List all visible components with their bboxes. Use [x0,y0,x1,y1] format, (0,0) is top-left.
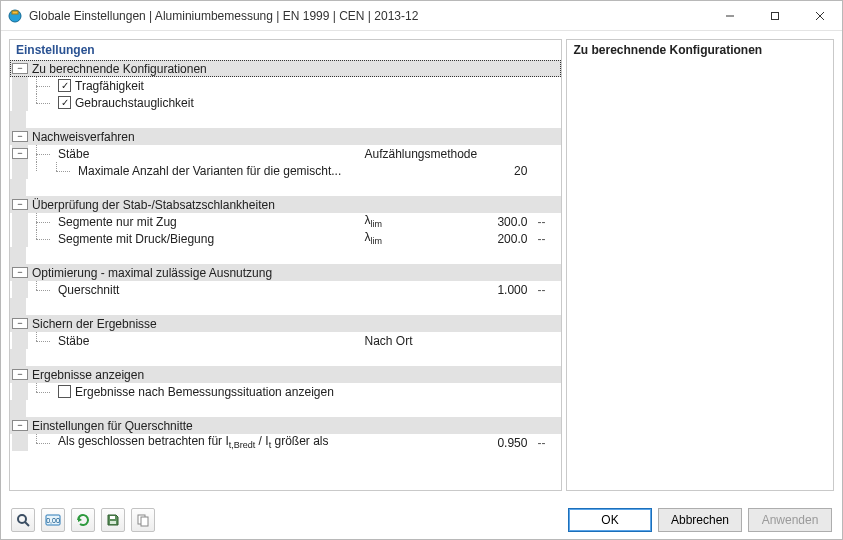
symbol-lambda-lim: λlim [362,230,482,246]
settings-tree[interactable]: − Zu berechnende Konfigurationen ✓ Tragf… [10,60,561,490]
collapse-toggle[interactable]: − [12,148,28,159]
value-segmente-druck[interactable]: 200.0 [482,232,537,246]
cancel-button[interactable]: Abbrechen [658,508,742,532]
tree-item-segmente-zug[interactable]: Segmente nur mit Zug λlim 300.0 -- [10,213,561,230]
tree-group-optimierung[interactable]: − Optimierung - maximal zulässige Ausnut… [10,264,561,281]
maximize-button[interactable] [752,1,797,30]
tree-group-konfigurationen[interactable]: − Zu berechnende Konfigurationen [10,60,561,77]
collapse-toggle[interactable]: − [12,267,28,278]
svg-point-6 [18,515,26,523]
tree-item-ergebnisse-nach-situation[interactable]: Ergebnisse nach Bemessungssituation anze… [10,383,561,400]
symbol-lambda-lim: λlim [362,213,482,229]
svg-rect-1 [12,11,18,14]
tree-item-max-varianten[interactable]: Maximale Anzahl der Varianten für die ge… [10,162,561,179]
collapse-toggle[interactable]: − [12,199,28,210]
collapse-toggle[interactable]: − [12,63,28,74]
minimize-button[interactable] [707,1,752,30]
svg-marker-10 [78,517,82,522]
tree-item-staebe[interactable]: − Stäbe Aufzählungsmethode [10,145,561,162]
app-icon [7,8,23,24]
settings-panel: Einstellungen − Zu berechnende Konfigura… [9,39,562,491]
svg-rect-12 [110,521,116,524]
toolbar-search-button[interactable] [11,508,35,532]
settings-panel-header: Einstellungen [10,40,561,60]
checkbox-ergebnisse-situation[interactable] [58,385,71,398]
value-querschnitt[interactable]: 1.000 [482,283,537,297]
content-area: Einstellungen − Zu berechnende Konfigura… [1,31,842,499]
tree-group-schlankheiten[interactable]: − Überprüfung der Stab-/Stabsatzschlankh… [10,196,561,213]
tree-item-querschnitt[interactable]: Querschnitt 1.000 -- [10,281,561,298]
ok-button[interactable]: OK [568,508,652,532]
collapse-toggle[interactable]: − [12,318,28,329]
svg-rect-3 [771,12,778,19]
collapse-toggle[interactable]: − [12,131,28,142]
tree-group-querschnitte[interactable]: − Einstellungen für Querschnitte [10,417,561,434]
tree-item-segmente-druck[interactable]: Segmente mit Druck/Biegung λlim 200.0 -- [10,230,561,247]
dialog-footer: 0,00 OK Abbrechen Anwenden [1,499,842,539]
toolbar-copy-button[interactable] [131,508,155,532]
svg-text:0,00: 0,00 [46,517,60,524]
toolbar-save-button[interactable] [101,508,125,532]
checkbox-tragfaehigkeit[interactable]: ✓ [58,79,71,92]
value-geschlossen-bredt[interactable]: 0.950 [482,436,537,450]
apply-button[interactable]: Anwenden [748,508,832,532]
window-title: Globale Einstellungen | Aluminiumbemessu… [29,9,707,23]
collapse-toggle[interactable]: − [12,369,28,380]
tree-group-nachweisverfahren[interactable]: − Nachweisverfahren [10,128,561,145]
tree-item-sichern-staebe[interactable]: Stäbe Nach Ort [10,332,561,349]
svg-rect-11 [110,516,115,519]
tree-item-geschlossen-bredt[interactable]: Als geschlossen betrachten für It,Bredt … [10,434,561,451]
tree-item-gebrauchstauglichkeit[interactable]: ✓ Gebrauchstauglichkeit [10,94,561,111]
svg-rect-14 [141,517,148,526]
detail-panel: Zu berechnende Konfigurationen [566,39,834,491]
tree-group-ergebnisse-anzeigen[interactable]: − Ergebnisse anzeigen [10,366,561,383]
title-bar: Globale Einstellungen | Aluminiumbemessu… [1,1,842,31]
tree-item-tragfaehigkeit[interactable]: ✓ Tragfähigkeit [10,77,561,94]
svg-line-7 [25,522,29,526]
tree-group-sichern[interactable]: − Sichern der Ergebnisse [10,315,561,332]
detail-panel-header: Zu berechnende Konfigurationen [567,40,833,60]
toolbar-refresh-button[interactable] [71,508,95,532]
close-button[interactable] [797,1,842,30]
value-sichern-staebe[interactable]: Nach Ort [362,334,482,348]
checkbox-gebrauchstauglichkeit[interactable]: ✓ [58,96,71,109]
collapse-toggle[interactable]: − [12,420,28,431]
toolbar-units-button[interactable]: 0,00 [41,508,65,532]
value-segmente-zug[interactable]: 300.0 [482,215,537,229]
value-max-varianten[interactable]: 20 [482,164,537,178]
